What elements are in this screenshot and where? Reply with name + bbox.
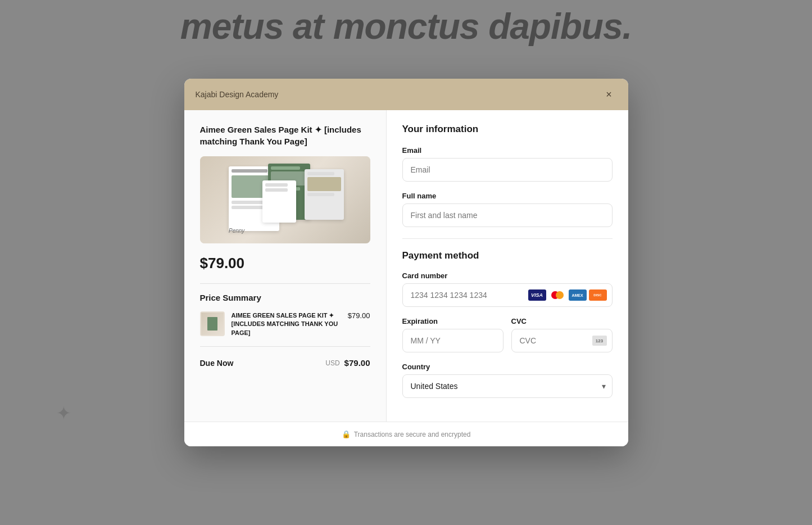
product-image-bg: Penny <box>200 156 370 243</box>
due-now-currency: USD <box>325 359 339 367</box>
email-input[interactable] <box>402 158 613 182</box>
country-select-wrapper: United States Canada United Kingdom Aust… <box>402 374 613 398</box>
country-group: Country United States Canada United King… <box>402 363 613 398</box>
mc-circles <box>551 291 564 299</box>
due-now-amount: $79.00 <box>344 358 370 368</box>
expiration-input[interactable] <box>402 329 503 352</box>
cvc-label: CVC <box>511 317 613 325</box>
security-text: Transactions are secure and encrypted <box>354 431 471 438</box>
card-icons: VISA AMEX DISC <box>528 289 607 301</box>
cvc-wrapper: 123 <box>511 329 613 352</box>
price-divider <box>200 283 370 284</box>
section-divider <box>402 238 613 239</box>
due-now-right: USD $79.00 <box>325 358 370 368</box>
country-select[interactable]: United States Canada United Kingdom Aust… <box>402 374 613 398</box>
price-item-amount: $79.00 <box>348 311 370 320</box>
price-item-thumb <box>200 311 225 336</box>
modal-header: Kajabi Design Academy × <box>184 79 628 110</box>
thumb-inner-card <box>207 317 217 331</box>
fullname-input[interactable] <box>402 203 613 227</box>
price-line-item: AIMEE GREEN SALES PAGE KIT ✦ [INCLUDES M… <box>200 311 370 337</box>
due-divider <box>200 346 370 347</box>
expiration-label: Expiration <box>402 317 503 325</box>
product-title: Aimee Green Sales Page Kit ✦ [includes m… <box>200 124 370 147</box>
right-panel: Your information Email Full name Payment… <box>387 110 628 422</box>
discover-icon: DISC <box>589 289 607 301</box>
modal-title: Kajabi Design Academy <box>196 90 279 99</box>
thumb-mini <box>201 313 224 335</box>
mastercard-icon <box>548 289 566 301</box>
product-image: Penny <box>200 156 370 243</box>
due-now-row: Due Now USD $79.00 <box>200 356 370 368</box>
close-button[interactable]: × <box>601 87 617 102</box>
price-summary-title: Price Summary <box>200 293 370 302</box>
modal: Kajabi Design Academy × Aimee Green Sale… <box>184 79 628 446</box>
left-panel: Aimee Green Sales Page Kit ✦ [includes m… <box>184 110 387 422</box>
email-group: Email <box>402 146 613 182</box>
cvc-group: CVC 123 <box>511 317 613 352</box>
cvc-card-icon: 123 <box>592 336 607 346</box>
modal-overlay: Kajabi Design Academy × Aimee Green Sale… <box>0 0 812 525</box>
due-now-label: Due Now <box>200 359 234 368</box>
your-info-title: Your information <box>402 124 613 135</box>
img-card-4 <box>262 180 296 223</box>
country-label: Country <box>402 363 613 371</box>
price-item-name: AIMEE GREEN SALES PAGE KIT ✦ [INCLUDES M… <box>232 311 341 337</box>
expiry-group: Expiration <box>402 317 503 352</box>
lock-icon: 🔒 <box>342 430 351 438</box>
card-number-label: Card number <box>402 271 613 280</box>
mc-orange <box>556 291 564 299</box>
card-number-wrapper: VISA AMEX DISC <box>402 283 613 307</box>
payment-title: Payment method <box>402 250 613 261</box>
img-card-3 <box>305 169 344 220</box>
img-signature: Penny <box>229 228 244 234</box>
amex-icon: AMEX <box>569 289 587 301</box>
email-label: Email <box>402 146 613 155</box>
product-price: $79.00 <box>200 255 370 272</box>
card-number-group: Card number VISA AMEX <box>402 271 613 307</box>
img-cards: Penny <box>217 164 352 237</box>
expiry-cvc-row: Expiration CVC 123 <box>402 317 613 363</box>
fullname-group: Full name <box>402 192 613 227</box>
modal-body: Aimee Green Sales Page Kit ✦ [includes m… <box>184 110 628 422</box>
visa-icon: VISA <box>528 289 546 301</box>
modal-footer: 🔒 Transactions are secure and encrypted <box>184 422 628 446</box>
fullname-label: Full name <box>402 192 613 200</box>
